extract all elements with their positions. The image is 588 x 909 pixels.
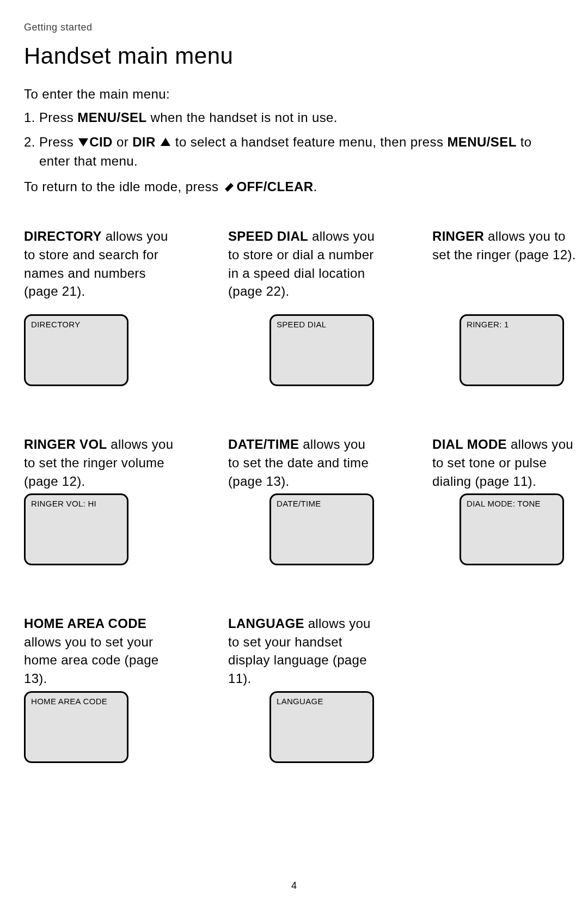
- menu-description: DIRECTORY allows you to store and search…: [24, 227, 174, 301]
- period: .: [313, 179, 317, 194]
- menu-label: SPEED DIAL: [228, 229, 308, 243]
- menu-label: RINGER VOL: [24, 437, 107, 452]
- menu-label: DIAL MODE: [432, 437, 507, 452]
- menu-speed-dial: SPEED DIAL allows you to store or dial a…: [228, 227, 378, 435]
- key-sel: SEL: [121, 110, 147, 125]
- step-text: Press: [39, 110, 77, 125]
- empty-cell: [432, 614, 582, 812]
- menu-label: RINGER: [432, 229, 484, 243]
- lcd-screen: SPEED DIAL: [270, 314, 374, 386]
- lcd-text: HOME AREA CODE: [31, 697, 121, 706]
- up-triangle-icon: [160, 137, 171, 148]
- menu-description: RINGER allows you to set the ringer (pag…: [432, 227, 582, 301]
- menu-description: SPEED DIAL allows you to store or dial a…: [228, 227, 378, 301]
- menu-ringer-vol: RINGER VOL allows you to set the ringer …: [24, 435, 174, 614]
- key-menu: MENU/: [77, 110, 120, 125]
- lcd-screen: DATE/TIME: [270, 493, 374, 565]
- menu-description: DIAL MODE allows you to set tone or puls…: [432, 435, 582, 490]
- menu-directory: DIRECTORY allows you to store and search…: [24, 227, 174, 435]
- menu-description: DATE/TIME allows you to set the date and…: [228, 435, 378, 490]
- menu-description: LANGUAGE allows you to set your handset …: [228, 614, 378, 687]
- instruction-list: 1. Press MENU/SEL when the handset is no…: [24, 108, 564, 170]
- lcd-text: DIAL MODE: TONE: [467, 499, 557, 508]
- return-text: To return to the idle mode, press: [24, 179, 222, 194]
- key-sel: SEL: [491, 135, 517, 149]
- lcd-screen: DIAL MODE: TONE: [460, 493, 564, 565]
- page-number: 4: [0, 880, 588, 892]
- lcd-text: LANGUAGE: [277, 697, 367, 706]
- svg-marker-1: [161, 138, 170, 146]
- lcd-text: RINGER VOL: HI: [31, 499, 121, 508]
- menu-label: DIRECTORY: [24, 229, 102, 243]
- menu-date-time: DATE/TIME allows you to set the date and…: [228, 435, 378, 614]
- menu-home-area-code: HOME AREA CODE allows you to set your ho…: [24, 614, 174, 812]
- step-number: 1.: [24, 110, 39, 125]
- menu-label: HOME AREA CODE: [24, 616, 146, 631]
- phone-off-icon: [222, 179, 236, 193]
- menu-language: LANGUAGE allows you to set your handset …: [228, 614, 378, 812]
- step-text: Press: [39, 135, 77, 149]
- key-cid: CID: [89, 135, 113, 149]
- lcd-text: RINGER: 1: [467, 320, 557, 329]
- step-text: or: [113, 135, 132, 149]
- lcd-screen: DIRECTORY: [24, 314, 128, 386]
- key-menu: MENU/: [447, 135, 490, 149]
- menu-ringer: RINGER allows you to set the ringer (pag…: [432, 227, 582, 435]
- lcd-text: SPEED DIAL: [277, 320, 367, 329]
- menu-label: DATE/TIME: [228, 437, 299, 452]
- step-text: when the handset is not in use.: [147, 110, 338, 125]
- svg-marker-0: [78, 138, 88, 147]
- lcd-screen: LANGUAGE: [270, 691, 374, 763]
- menu-grid: DIRECTORY allows you to store and search…: [24, 227, 564, 812]
- key-clear: CLEAR: [267, 179, 314, 194]
- down-triangle-icon: [77, 137, 89, 148]
- section-header: Getting started: [24, 22, 564, 33]
- menu-description: HOME AREA CODE allows you to set your ho…: [24, 614, 174, 687]
- key-dir: DIR: [132, 135, 156, 149]
- menu-description: RINGER VOL allows you to set the ringer …: [24, 435, 174, 490]
- lcd-screen: RINGER: 1: [460, 314, 564, 386]
- lcd-screen: RINGER VOL: HI: [24, 493, 128, 565]
- step-2: 2. Press CID or DIR to select a handset …: [24, 133, 564, 171]
- menu-label: LANGUAGE: [228, 616, 304, 631]
- page-title: Handset main menu: [24, 43, 564, 69]
- lcd-screen: HOME AREA CODE: [24, 691, 128, 763]
- step-number: 2.: [24, 135, 39, 149]
- intro-line: To enter the main menu:: [24, 87, 564, 102]
- menu-text: allows you to set your home area code (p…: [24, 635, 159, 686]
- return-instruction: To return to the idle mode, press OFF/CL…: [24, 179, 564, 194]
- step-text: to select a handset feature menu, then p…: [171, 135, 448, 149]
- lcd-text: DIRECTORY: [31, 320, 121, 329]
- step-1: 1. Press MENU/SEL when the handset is no…: [24, 108, 564, 127]
- lcd-text: DATE/TIME: [277, 499, 367, 508]
- key-off: OFF/: [236, 179, 267, 194]
- menu-dial-mode: DIAL MODE allows you to set tone or puls…: [432, 435, 582, 614]
